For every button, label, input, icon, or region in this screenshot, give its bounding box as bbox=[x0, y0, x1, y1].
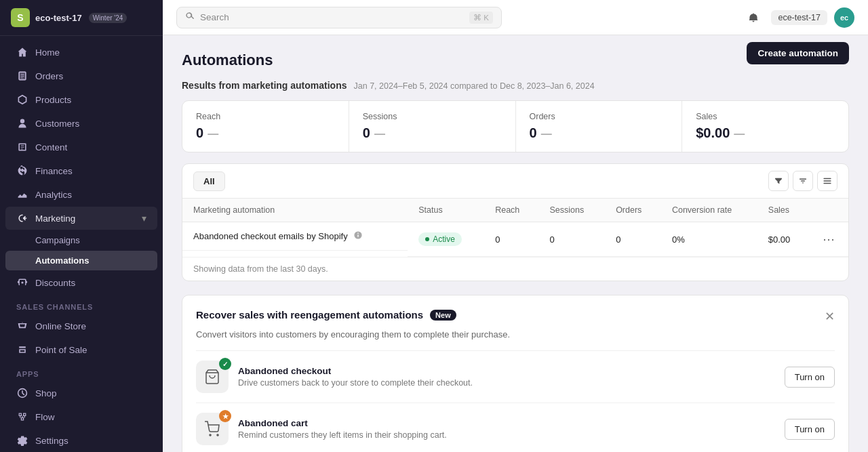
col-status: Status bbox=[408, 199, 484, 222]
sort-icon-button[interactable] bbox=[793, 171, 813, 191]
content-icon bbox=[16, 141, 28, 153]
svg-point-7 bbox=[217, 434, 218, 436]
stat-dash: — bbox=[734, 128, 745, 140]
sidebar-item-discounts[interactable]: Discounts bbox=[5, 271, 157, 294]
home-icon bbox=[16, 46, 28, 58]
search-placeholder: Search bbox=[200, 12, 229, 22]
automation-item-abandoned-cart: ★ Abandoned cart Remind customers they l… bbox=[196, 403, 835, 452]
create-automation-button[interactable]: Create automation bbox=[747, 42, 849, 64]
stat-sales: Sales $0.00 — bbox=[682, 101, 848, 152]
sidebar: S eco-test-17 Winter '24 Home Orders Pro… bbox=[0, 0, 163, 452]
bell-icon-button[interactable] bbox=[743, 7, 764, 28]
pos-icon bbox=[16, 344, 28, 356]
sidebar-item-content[interactable]: Content bbox=[5, 136, 157, 159]
customers-icon bbox=[16, 117, 28, 129]
store-badge[interactable]: ece-test-17 bbox=[771, 10, 827, 25]
create-automation-container: Create automation bbox=[747, 42, 849, 64]
stat-sessions: Sessions 0 — bbox=[349, 101, 516, 152]
auto-icon-badge-orange: ★ bbox=[219, 410, 231, 422]
shopify-logo: S bbox=[11, 8, 30, 27]
dismiss-recovery-button[interactable]: ✕ bbox=[825, 309, 835, 324]
sidebar-item-label: Flow bbox=[35, 412, 55, 422]
sidebar-nav: Home Orders Products Customers bbox=[0, 36, 163, 452]
recovery-title: Recover sales with reengagement automati… bbox=[196, 309, 423, 321]
stat-label: Sales bbox=[696, 112, 835, 121]
auto-text: Abandoned cart Remind customers they lef… bbox=[238, 418, 775, 440]
cell-sessions: 0 bbox=[539, 222, 606, 257]
cell-sales: $0.00 bbox=[757, 222, 809, 257]
col-orders: Orders bbox=[605, 199, 661, 222]
sidebar-item-shop[interactable]: Shop bbox=[5, 382, 157, 405]
products-icon bbox=[16, 94, 28, 106]
turn-on-button-0[interactable]: Turn on bbox=[785, 367, 835, 388]
sales-channels-label: Sales channels bbox=[0, 295, 163, 314]
sidebar-item-label: Automations bbox=[35, 255, 89, 266]
settings-icon bbox=[16, 434, 28, 447]
col-sales: Sales bbox=[757, 199, 809, 222]
sidebar-item-label: Products bbox=[35, 95, 71, 105]
avatar[interactable]: ec bbox=[834, 7, 854, 28]
cell-orders: 0 bbox=[605, 222, 661, 257]
sidebar-item-point-of-sale[interactable]: Point of Sale bbox=[5, 338, 157, 361]
turn-on-button-1[interactable]: Turn on bbox=[785, 419, 835, 440]
results-title: Results from marketing automations bbox=[182, 80, 347, 91]
store-name: eco-test-17 bbox=[35, 13, 82, 23]
sidebar-item-label: Marketing bbox=[35, 213, 75, 224]
auto-icon-wrap: ✓ bbox=[196, 361, 229, 393]
auto-name: Abandoned checkout bbox=[238, 366, 775, 376]
sidebar-item-settings[interactable]: Settings bbox=[5, 429, 157, 452]
sidebar-item-label: Point of Sale bbox=[35, 345, 87, 355]
edit-columns-button[interactable] bbox=[817, 171, 837, 191]
stat-dash: — bbox=[208, 128, 218, 140]
stat-value: $0.00 — bbox=[696, 125, 835, 141]
automation-item-abandoned-checkout: ✓ Abandoned checkout Drive customers bac… bbox=[196, 350, 835, 403]
filter-icon-button[interactable] bbox=[768, 171, 789, 191]
status-badge: Active bbox=[418, 232, 462, 246]
sidebar-item-products[interactable]: Products bbox=[5, 88, 157, 111]
stat-label: Orders bbox=[530, 112, 669, 121]
tab-all[interactable]: All bbox=[193, 171, 225, 191]
sidebar-item-analytics[interactable]: Analytics bbox=[5, 183, 157, 206]
recovery-card: Recover sales with reengagement automati… bbox=[182, 295, 849, 452]
stat-label: Reach bbox=[196, 112, 335, 121]
sidebar-item-online-store[interactable]: Online Store bbox=[5, 314, 157, 337]
info-icon[interactable] bbox=[353, 230, 363, 242]
cell-status: Active bbox=[408, 222, 484, 257]
sidebar-item-home[interactable]: Home bbox=[5, 41, 157, 64]
auto-desc: Drive customers back to your store to co… bbox=[238, 378, 775, 388]
topbar: Search ⌘ K ece-test-17 ec bbox=[163, 0, 868, 35]
flow-icon bbox=[16, 411, 28, 423]
finances-icon bbox=[16, 165, 28, 177]
cell-conversion: 0% bbox=[661, 222, 757, 257]
auto-name: Abandoned cart bbox=[238, 418, 775, 428]
recovery-header: Recover sales with reengagement automati… bbox=[196, 309, 835, 324]
sidebar-header[interactable]: S eco-test-17 Winter '24 bbox=[0, 0, 163, 36]
search-icon bbox=[185, 12, 195, 23]
search-bar[interactable]: Search ⌘ K bbox=[176, 7, 502, 28]
stat-dash: — bbox=[374, 128, 385, 140]
sidebar-item-customers[interactable]: Customers bbox=[5, 112, 157, 135]
sidebar-item-label: Discounts bbox=[35, 278, 75, 288]
auto-text: Abandoned checkout Drive customers back … bbox=[238, 366, 775, 388]
sidebar-item-flow[interactable]: Flow bbox=[5, 405, 157, 428]
sidebar-item-finances[interactable]: Finances bbox=[5, 159, 157, 182]
cell-more[interactable]: ⋯ bbox=[809, 222, 848, 257]
new-badge: New bbox=[430, 310, 456, 321]
sidebar-item-marketing[interactable]: Marketing ▾ bbox=[5, 207, 157, 230]
svg-point-6 bbox=[210, 434, 211, 436]
apps-label: Apps bbox=[0, 362, 163, 381]
col-actions bbox=[809, 199, 848, 222]
sidebar-item-label: Analytics bbox=[35, 190, 72, 200]
store-icon bbox=[16, 320, 28, 332]
sidebar-subitem-campaigns[interactable]: Campaigns bbox=[5, 230, 157, 250]
col-reach: Reach bbox=[484, 199, 538, 222]
auto-desc: Remind customers they left items in thei… bbox=[238, 430, 775, 440]
main-area: Search ⌘ K ece-test-17 ec Automations Re… bbox=[163, 0, 868, 452]
col-conversion: Conversion rate bbox=[661, 199, 757, 222]
row-more-button[interactable]: ⋯ bbox=[820, 230, 837, 248]
recovery-description: Convert visitors into customers by encou… bbox=[196, 329, 835, 340]
sidebar-item-orders[interactable]: Orders bbox=[5, 64, 157, 87]
sidebar-subitem-automations[interactable]: Automations bbox=[5, 251, 157, 270]
sidebar-item-label: Customers bbox=[35, 119, 79, 129]
analytics-icon bbox=[16, 188, 28, 201]
